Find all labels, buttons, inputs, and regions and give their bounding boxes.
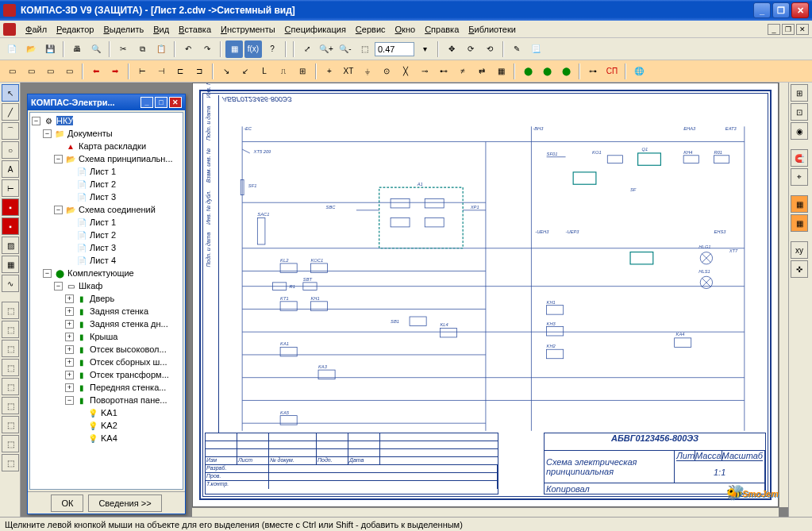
tree-schema-s[interactable]: Схема соединений — [79, 205, 156, 214]
rtool-snap[interactable]: ⌖ — [791, 168, 808, 186]
expander-icon[interactable]: + — [65, 320, 74, 329]
expander-icon[interactable]: + — [65, 333, 74, 341]
menu-spec[interactable]: Спецификация — [280, 23, 351, 36]
menu-help[interactable]: Справка — [420, 23, 464, 36]
tool-dim4[interactable]: ⊐ — [190, 63, 208, 80]
menu-view[interactable]: Вид — [148, 23, 174, 36]
tree-docs[interactable]: Документы — [67, 129, 113, 138]
tool-plus[interactable]: + — [321, 63, 338, 80]
tool-xt[interactable]: XT — [340, 63, 357, 80]
tool-circle[interactable]: ○ — [2, 141, 19, 159]
drawing-canvas[interactable]: АБВГ0123456-800ЭЗ Подп. и дата Инв. № ду… — [192, 83, 779, 507]
zoom-out-button[interactable]: 🔍- — [337, 40, 354, 58]
ok-button[interactable]: ОК — [51, 494, 83, 512]
panel-min-button[interactable]: _ — [140, 97, 153, 108]
tool-text[interactable]: A — [2, 160, 19, 178]
expander-icon[interactable]: + — [65, 294, 74, 303]
tool-arrow-right[interactable]: ➡ — [106, 63, 124, 80]
tool-l1[interactable]: ⬚ — [2, 302, 19, 319]
tool-dim[interactable]: ⊢ — [2, 179, 19, 197]
tool-b[interactable]: ▭ — [22, 63, 40, 80]
tree-door[interactable]: Дверь — [90, 294, 114, 303]
menu-select[interactable]: Выделить — [98, 23, 148, 36]
tool-link[interactable]: ⊶ — [584, 63, 602, 80]
rtool-magnet[interactable]: 🧲 — [791, 149, 808, 167]
tool-globe[interactable]: 🌐 — [630, 63, 648, 80]
tree-complect[interactable]: Комплектующие — [67, 268, 134, 278]
paste-button[interactable]: 📋 — [152, 40, 170, 58]
tree-otsek1[interactable]: Отсек высоковол... — [90, 344, 167, 354]
tool-dim2[interactable]: ⊣ — [152, 63, 170, 80]
tree-cabinet[interactable]: Шкаф — [79, 281, 102, 291]
expander-icon[interactable]: − — [65, 396, 74, 405]
rtool-grid2[interactable]: ▦ — [791, 214, 808, 232]
save-button[interactable]: 💾 — [41, 40, 59, 58]
tree-sheet-s4[interactable]: Лист 4 — [90, 256, 116, 265]
zoom-dropdown[interactable]: ▾ — [416, 40, 433, 58]
tool-break[interactable]: ⊷ — [435, 63, 452, 80]
zoom-window-button[interactable]: ⬚ — [356, 40, 373, 58]
expander-icon[interactable]: − — [54, 206, 63, 214]
expander-icon[interactable]: + — [65, 358, 74, 367]
spec-button[interactable]: ▦ — [225, 40, 243, 58]
print-button[interactable]: 🖶 — [68, 40, 86, 58]
help-button[interactable]: ? — [264, 40, 281, 58]
menu-tools[interactable]: Инструменты — [216, 23, 280, 36]
tree-sheet-p3[interactable]: Лист 3 — [90, 192, 116, 202]
tool-conn[interactable]: ⊸ — [416, 63, 433, 80]
menu-libraries[interactable]: Библиотеки — [464, 23, 521, 36]
rtool-axis[interactable]: ✜ — [791, 260, 808, 278]
tree-ka1[interactable]: KA1 — [101, 408, 117, 417]
tree-otsek2[interactable]: Отсек сборных ш... — [90, 357, 167, 367]
expander-icon[interactable]: − — [54, 155, 63, 164]
redo-button[interactable]: ↷ — [198, 40, 216, 58]
menu-editor[interactable]: Редактор — [52, 23, 98, 36]
preview-button[interactable]: 🔍 — [87, 40, 105, 58]
tree-roof[interactable]: Крыша — [90, 332, 117, 341]
maximize-button[interactable]: ❐ — [772, 2, 790, 18]
tree-sheet-s2[interactable]: Лист 2 — [90, 230, 116, 240]
zoom-in-button[interactable]: 🔍+ — [317, 40, 335, 58]
tool-swap[interactable]: ⇄ — [473, 63, 491, 80]
tool-l5[interactable]: ⬚ — [2, 378, 19, 395]
tree-ka4[interactable]: KA4 — [101, 433, 117, 443]
horizontal-scrollbar[interactable] — [192, 507, 779, 517]
close-button[interactable]: ✕ — [791, 2, 809, 18]
open-button[interactable]: 📂 — [22, 40, 40, 58]
tool-c[interactable]: ▭ — [41, 63, 59, 80]
panel-max-button[interactable]: □ — [155, 97, 167, 108]
tree-back1[interactable]: Задняя стенка — [90, 306, 148, 316]
tool-select[interactable]: ↖ — [2, 84, 19, 102]
expander-icon[interactable]: + — [65, 345, 74, 354]
tool-red2[interactable]: ▪ — [2, 217, 19, 235]
tool-line[interactable]: ╱ — [2, 103, 19, 121]
expander-icon[interactable]: − — [43, 129, 52, 138]
tool-dim3[interactable]: ⊏ — [171, 63, 189, 80]
tool-ground[interactable]: ⏚ — [359, 63, 376, 80]
rtool-xy[interactable]: xy — [791, 241, 808, 259]
tool-e2[interactable]: ↙ — [237, 63, 254, 80]
refresh-button[interactable]: ⟲ — [481, 40, 498, 58]
tool-a[interactable]: ▭ — [3, 63, 21, 80]
rotate-button[interactable]: ⟳ — [462, 40, 479, 58]
cut-button[interactable]: ✂ — [114, 40, 132, 58]
fx-button[interactable]: f(x) — [244, 40, 262, 58]
tool-sp[interactable]: СП — [603, 63, 621, 80]
tool-red1[interactable]: ▪ — [2, 198, 19, 216]
expander-icon[interactable]: + — [65, 371, 74, 379]
panel-title-bar[interactable]: КОМПАС-Электри... _ □ ✕ — [28, 94, 185, 110]
tree-sheet-p2[interactable]: Лист 2 — [90, 179, 116, 189]
tool-dim1[interactable]: ⊢ — [133, 63, 151, 80]
tool-l4[interactable]: ⬚ — [2, 359, 19, 376]
expander-icon[interactable]: + — [65, 383, 74, 392]
rtool-2[interactable]: ⊡ — [791, 103, 808, 121]
tool-l8[interactable]: ⬚ — [2, 435, 19, 452]
mdi-restore-button[interactable]: ❐ — [782, 24, 795, 35]
expander-icon[interactable]: + — [65, 307, 74, 316]
tool-hatch[interactable]: ▨ — [2, 237, 19, 254]
tree-sheet-p1[interactable]: Лист 1 — [90, 167, 116, 176]
vertical-scrollbar[interactable] — [779, 83, 788, 507]
properties-button[interactable]: 📃 — [527, 40, 545, 58]
tool-junction[interactable]: ⊙ — [378, 63, 395, 80]
new-button[interactable]: 📄 — [3, 40, 21, 58]
